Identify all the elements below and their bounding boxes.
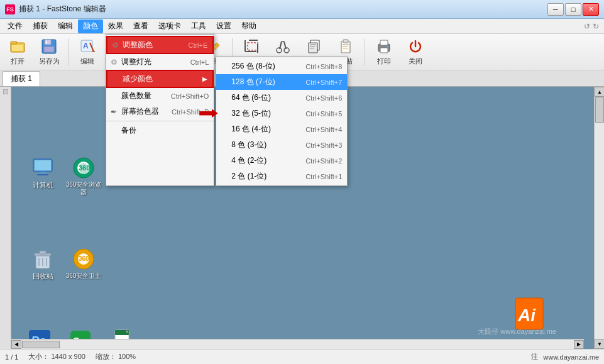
submenu-128-shortcut: Ctrl+Shift+7 <box>293 79 342 86</box>
submenu-128[interactable]: 128 色 (7-位) Ctrl+Shift+7 <box>216 74 347 90</box>
saveas-icon <box>40 38 58 55</box>
submenu-256[interactable]: 256 色 (8-位) Ctrl+Shift+8 <box>216 58 347 74</box>
svg-rect-45 <box>380 48 388 53</box>
menu-view[interactable]: 查看 <box>128 19 153 33</box>
submenu-2-label: 2 色 (1-位) <box>231 171 266 182</box>
menu-file[interactable]: 文件 <box>3 19 28 33</box>
edit-icon: A <box>79 38 96 55</box>
red-arrow: ➡ <box>198 104 218 122</box>
undo-icon[interactable]: ↺ <box>584 22 590 31</box>
submenu-arrow: ▶ <box>202 75 207 82</box>
scroll-track-h <box>21 340 574 349</box>
print-label: 打印 <box>377 57 391 66</box>
submenu-64-shortcut: Ctrl+Shift+6 <box>293 94 342 102</box>
submenu-32[interactable]: 32 色 (5-位) Ctrl+Shift+5 <box>216 106 347 121</box>
status-watermark: www.dayanzai.me <box>543 353 599 361</box>
scroll-thumb-v[interactable] <box>595 97 604 123</box>
color-count-label: 颜色数量 <box>121 91 151 101</box>
saveas-button[interactable]: 另存为 <box>34 36 64 69</box>
submenu-4[interactable]: 4 色 (2-位) Ctrl+Shift+2 <box>216 153 347 168</box>
submenu-32-shortcut: Ctrl+Shift+5 <box>293 110 342 118</box>
svg-text:360: 360 <box>79 164 90 172</box>
horizontal-scrollbar[interactable]: ◀ ▶ <box>11 339 584 349</box>
menu-backup[interactable]: 备份 <box>106 123 214 138</box>
zoom-label: 缩放： <box>96 353 116 360</box>
maximize-button[interactable]: □ <box>565 3 581 16</box>
title-bar-left: FS 捕获 1 - FastStone 编辑器 <box>5 4 106 14</box>
svg-rect-49 <box>40 172 46 174</box>
ai-watermark-area: Ai <box>515 297 544 330</box>
svg-rect-6 <box>46 41 47 43</box>
edit-label: 编辑 <box>80 57 94 66</box>
undo-redo: ↺ ↻ <box>581 22 601 31</box>
scroll-left-btn[interactable]: ◀ <box>11 340 21 349</box>
trash-icon <box>31 247 55 271</box>
computer-label: 计算机 <box>33 181 53 189</box>
menu-adjust-color[interactable]: ⚙ 调整颜色 Ctrl+E <box>106 36 214 54</box>
reduce-color-submenu: 256 色 (8-位) Ctrl+Shift+8 128 色 (7-位) Ctr… <box>216 57 348 186</box>
svg-rect-50 <box>37 174 48 175</box>
menu-reduce-color[interactable]: 减少颜色 ▶ <box>106 70 214 88</box>
computer-icon <box>31 156 55 180</box>
status-bar: 1 / 1 大小： 1440 x 900 缩放： 100% 注 www.daya… <box>0 349 604 364</box>
print-button[interactable]: 打印 <box>369 36 399 69</box>
360browser-label: 360安全浏览器 <box>65 181 102 196</box>
360guard-icon: 360 <box>72 247 96 271</box>
submenu-256-shortcut: Ctrl+Shift+8 <box>293 63 342 70</box>
status-note: 注 <box>531 352 538 361</box>
edit-button[interactable]: A 编辑 <box>72 36 102 69</box>
menu-color-count[interactable]: 颜色数量 Ctrl+Shift+O <box>106 88 214 104</box>
scroll-up-btn[interactable]: ▲ <box>595 87 604 97</box>
svg-rect-1 <box>11 41 17 44</box>
menu-edit[interactable]: 编辑 <box>53 19 78 33</box>
svg-rect-2 <box>12 45 23 51</box>
backup-label: 备份 <box>121 125 136 136</box>
title-bar: FS 捕获 1 - FastStone 编辑器 ─ □ ✕ <box>0 0 604 19</box>
color-count-shortcut: Ctrl+Shift+O <box>158 92 209 100</box>
redo-icon[interactable]: ↻ <box>593 22 599 31</box>
desktop-icon-360browser: 360 360安全浏览器 <box>65 156 102 196</box>
submenu-256-label: 256 色 (8-位) <box>231 61 275 72</box>
menu-color[interactable]: 颜色 <box>78 19 103 33</box>
submenu-8-shortcut: Ctrl+Shift+3 <box>293 141 342 149</box>
submenu-16[interactable]: 16 色 (4-位) Ctrl+Shift+4 <box>216 121 347 137</box>
scroll-right-btn[interactable]: ▶ <box>574 340 584 349</box>
trash-label: 回收站 <box>33 272 53 280</box>
zoom-info: 缩放： 100% <box>96 352 136 361</box>
power-icon <box>407 38 424 55</box>
desktop-icon-computer: 计算机 <box>24 156 62 189</box>
dropdown-overlay: ⚙ 调整颜色 Ctrl+E ⚙ 调整灯光 Ctrl+L 减少颜色 ▶ 颜色数量 … <box>106 34 348 186</box>
submenu-64[interactable]: 64 色 (6-位) Ctrl+Shift+6 <box>216 90 347 106</box>
window-title: 捕获 1 - FastStone 编辑器 <box>19 4 106 14</box>
tab-capture1[interactable]: 捕获 1 <box>3 71 40 86</box>
sep1 <box>68 38 69 66</box>
open-button[interactable]: 打开 <box>3 36 33 69</box>
menu-settings[interactable]: 设置 <box>211 19 236 33</box>
svg-rect-56 <box>40 251 46 254</box>
menu-adjust-light[interactable]: ⚙ 调整灯光 Ctrl+L <box>106 54 214 70</box>
scroll-down-btn[interactable]: ▼ <box>595 339 604 349</box>
close-button[interactable]: ✕ <box>583 3 599 16</box>
close-img-button[interactable]: 关闭 <box>400 36 431 69</box>
sep3 <box>365 38 365 66</box>
menu-bar: 文件 捕获 编辑 颜色 效果 查看 选项卡 工具 设置 帮助 ↺ ↻ <box>0 19 604 34</box>
minimize-button[interactable]: ─ <box>547 3 564 16</box>
scroll-thumb-h[interactable] <box>22 341 60 348</box>
saveas-label: 另存为 <box>39 57 60 66</box>
size-value: 1440 x 900 <box>51 353 85 360</box>
menu-capture[interactable]: 捕获 <box>28 19 53 33</box>
desktop-icon-trash: 回收站 <box>24 247 62 280</box>
menu-tools[interactable]: 工具 <box>186 19 211 33</box>
submenu-2[interactable]: 2 色 (1-位) Ctrl+Shift+1 <box>216 168 347 184</box>
menu-effect[interactable]: 效果 <box>103 19 128 33</box>
menu-help[interactable]: 帮助 <box>236 19 261 33</box>
page-info: 1 / 1 <box>5 353 18 361</box>
zoom-value: 100% <box>118 353 136 360</box>
open-label: 打开 <box>11 57 25 66</box>
svg-rect-4 <box>45 40 51 45</box>
svg-text:360: 360 <box>79 255 89 262</box>
watermark-text: 大眼仔 www.dayanzai.me <box>478 327 556 336</box>
submenu-8[interactable]: 8 色 (3-位) Ctrl+Shift+3 <box>216 137 347 153</box>
menu-tab[interactable]: 选项卡 <box>153 19 186 33</box>
submenu-16-shortcut: Ctrl+Shift+4 <box>293 126 342 133</box>
